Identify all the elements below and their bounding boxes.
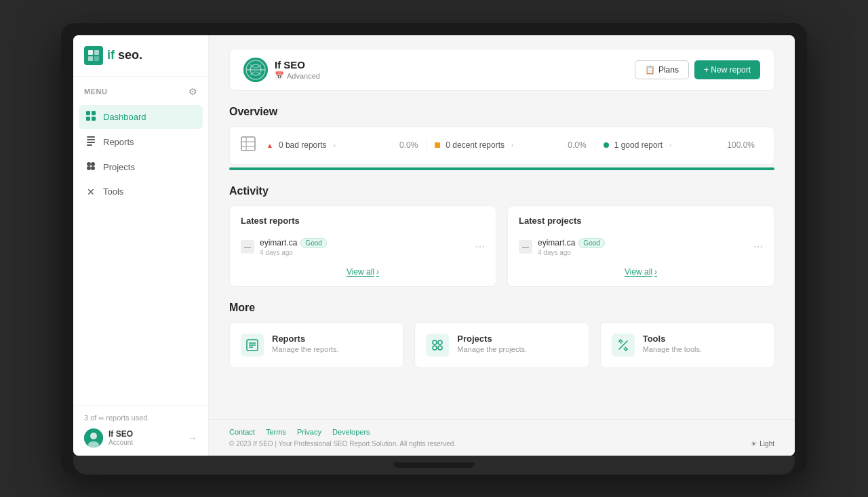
svg-rect-11: [87, 144, 92, 146]
reports-icon: [85, 136, 96, 148]
project-item-name: eyimart.ca Good: [538, 238, 748, 248]
sidebar-footer: 3 of ∞ reports used. If SEO Account →: [73, 405, 208, 456]
report-item-info: eyimart.ca Good 4 days ago: [260, 238, 470, 256]
svg-rect-2: [88, 56, 93, 61]
main-content: If SEO 📅 Advanced 📋 Plans: [209, 35, 795, 456]
sidebar-item-dashboard[interactable]: Dashboard: [79, 105, 203, 129]
stat-decent-label: 0 decent reports: [446, 140, 505, 150]
theme-icon: ☀: [751, 440, 757, 448]
more-reports-icon: [241, 334, 264, 357]
overview-table-icon: [241, 136, 256, 155]
latest-projects-card: Latest projects — eyimart.ca Good 4 days…: [507, 205, 774, 287]
sidebar-item-reports-label: Reports: [103, 137, 134, 147]
site-info: If SEO 📅 Advanced: [243, 58, 320, 82]
more-card-reports[interactable]: Reports Manage the reports.: [229, 322, 403, 368]
footer-links: Contact Terms Privacy Developers: [229, 428, 774, 436]
stat-bad-pct: 0.0%: [399, 140, 418, 150]
logo-icon: [84, 46, 103, 65]
activity-title: Activity: [229, 185, 774, 197]
user-role: Account: [108, 439, 182, 446]
activity-section: Activity Latest reports — eyimart.ca Goo…: [229, 185, 774, 287]
svg-rect-0: [88, 50, 93, 55]
stat-decent-pct: 0.0%: [568, 140, 586, 150]
projects-icon: [85, 161, 96, 173]
project-chevron-right-icon: ›: [654, 267, 657, 277]
sidebar-item-reports[interactable]: Reports: [79, 130, 203, 154]
activity-grid: Latest reports — eyimart.ca Good 4 days …: [229, 205, 774, 287]
svg-point-31: [433, 340, 437, 344]
more-card-tools[interactable]: Tools Manage the tools.: [600, 322, 774, 368]
header-actions: 📋 Plans + New report: [635, 60, 760, 79]
theme-toggle[interactable]: ☀ Light: [751, 440, 774, 448]
svg-rect-10: [87, 142, 95, 143]
footer-link-developers[interactable]: Developers: [332, 428, 370, 436]
more-grid: Reports Manage the reports.: [229, 322, 774, 368]
project-item-info: eyimart.ca Good 4 days ago: [538, 238, 748, 256]
more-card-projects-text: Projects Manage the projects.: [457, 334, 527, 353]
tools-icon: ✕: [85, 186, 96, 197]
site-text: If SEO 📅 Advanced: [275, 59, 320, 80]
chevron-decent-icon: ›: [511, 142, 513, 149]
overview-progress-bar: [229, 167, 774, 170]
user-name: If SEO: [108, 429, 182, 439]
square-icon: [435, 142, 440, 148]
stat-decent[interactable]: 0 decent reports › 0.0%: [427, 140, 595, 150]
stat-bad[interactable]: ▲ 0 bad reports › 0.0%: [267, 140, 427, 150]
more-card-tools-title: Tools: [643, 334, 702, 344]
more-card-projects[interactable]: Projects Manage the projects.: [414, 322, 589, 368]
menu-header: MENU ⚙: [73, 77, 208, 102]
plans-button[interactable]: 📋 Plans: [635, 60, 689, 79]
site-name: If SEO: [275, 59, 320, 71]
more-card-reports-desc: Manage the reports.: [272, 345, 338, 353]
footer-link-privacy[interactable]: Privacy: [297, 428, 321, 436]
more-card-tools-desc: Manage the tools.: [643, 345, 702, 353]
dashboard-icon: [85, 111, 96, 123]
overview-title: Overview: [229, 106, 774, 118]
svg-point-13: [91, 162, 95, 166]
svg-rect-23: [241, 137, 255, 151]
svg-rect-1: [94, 50, 99, 55]
svg-point-33: [433, 346, 437, 350]
svg-rect-6: [86, 117, 90, 121]
new-report-button[interactable]: + New report: [694, 60, 760, 79]
more-card-projects-title: Projects: [457, 334, 527, 344]
latest-reports-title: Latest reports: [241, 216, 485, 226]
svg-point-12: [87, 162, 91, 166]
stat-bad-label: 0 bad reports: [279, 140, 327, 150]
svg-rect-4: [86, 111, 90, 115]
sidebar: if seo. MENU ⚙ Dashboard: [73, 35, 209, 456]
logout-icon[interactable]: →: [188, 433, 197, 443]
chevron-good-icon: ›: [669, 142, 671, 149]
stat-good[interactable]: 1 good report › 100.0%: [595, 140, 763, 150]
project-item-time: 4 days ago: [538, 249, 748, 256]
footer-link-contact[interactable]: Contact: [229, 428, 255, 436]
sidebar-item-dashboard-label: Dashboard: [103, 112, 146, 122]
view-all-projects[interactable]: View all ›: [519, 267, 763, 277]
project-more-icon[interactable]: ⋯: [753, 241, 763, 252]
stat-good-label: 1 good report: [614, 140, 663, 150]
report-item-time: 4 days ago: [260, 249, 470, 256]
menu-label: MENU: [84, 87, 107, 96]
more-projects-icon: [426, 334, 449, 357]
chevron-right-icon: ›: [376, 267, 379, 277]
more-icon[interactable]: ⋯: [475, 241, 485, 252]
logo-text: if seo.: [107, 48, 142, 62]
reports-used-label: 3 of ∞ reports used.: [84, 414, 197, 422]
user-info: If SEO Account →: [84, 429, 197, 448]
circle-icon: [604, 142, 609, 148]
sidebar-item-projects[interactable]: Projects: [79, 155, 203, 179]
report-item: — eyimart.ca Good 4 days ago ⋯: [241, 234, 485, 260]
footer-link-terms[interactable]: Terms: [266, 428, 286, 436]
overview-progress-fill: [229, 167, 774, 170]
latest-reports-card: Latest reports — eyimart.ca Good 4 days …: [229, 205, 496, 287]
svg-rect-3: [94, 56, 99, 61]
overview-card: ▲ 0 bad reports › 0.0% 0 decent reports …: [229, 126, 774, 165]
sidebar-item-tools[interactable]: ✕ Tools: [79, 180, 203, 203]
svg-point-15: [91, 166, 95, 170]
gear-icon[interactable]: ⚙: [189, 86, 197, 97]
user-avatar: [84, 429, 103, 448]
project-good-badge: Good: [578, 238, 604, 248]
view-all-reports[interactable]: View all ›: [241, 267, 485, 277]
svg-rect-7: [92, 117, 96, 121]
more-section: More: [229, 302, 774, 368]
